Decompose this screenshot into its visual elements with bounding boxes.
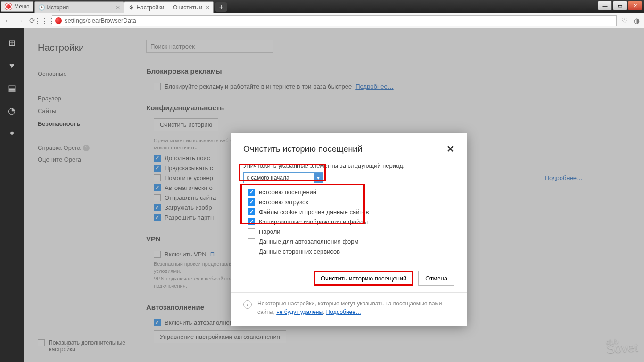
dialog-title: Очистить историю посещений — [243, 144, 446, 154]
minimize-button[interactable]: — — [598, 1, 612, 10]
back-icon[interactable]: ← — [3, 16, 12, 25]
info-icon: i — [243, 300, 252, 309]
opera-icon — [55, 17, 62, 24]
extensions-icon[interactable]: ✦ — [7, 128, 17, 139]
nav-bar: ← → ⟳ ⋮⋮⋮ settings/clearBrowserData ♡ ◑ — [0, 13, 644, 28]
heart-icon[interactable]: ♥ — [7, 60, 17, 71]
dialog-prompt: Уничтожить указанные элементы за следующ… — [243, 162, 454, 169]
news-icon[interactable]: ▤ — [7, 83, 17, 93]
tab-strip: Меню 🕑 История × ⚙ Настройки — Очистить … — [0, 0, 596, 13]
close-icon[interactable]: ✕ — [446, 143, 454, 155]
menu-label: Меню — [14, 3, 29, 10]
maximize-button[interactable]: ▭ — [613, 1, 627, 10]
heart-icon[interactable]: ♡ — [619, 16, 629, 25]
side-panel: ⊞ ♥ ▤ ◔ ✦ — [0, 28, 24, 362]
opera-icon — [5, 3, 12, 10]
tab-settings[interactable]: ⚙ Настройки — Очистить и × — [124, 1, 214, 13]
close-icon[interactable]: × — [206, 4, 209, 11]
forward-icon[interactable]: → — [15, 16, 25, 25]
cancel-button[interactable]: Отмена — [418, 271, 454, 286]
shield-icon[interactable]: ◑ — [632, 16, 641, 25]
opera-menu-button[interactable]: Меню — [1, 1, 33, 12]
clock-icon[interactable]: ◔ — [7, 106, 17, 116]
history-icon: 🕑 — [39, 5, 44, 10]
new-tab-button[interactable]: + — [215, 2, 227, 12]
clear-data-dialog: Очистить историю посещений ✕ Уничтожить … — [231, 133, 467, 326]
close-icon[interactable]: × — [116, 4, 120, 11]
window-controls: — ▭ ✕ — [598, 1, 642, 12]
gear-icon: ⚙ — [128, 5, 134, 10]
tab-history[interactable]: 🕑 История × — [34, 1, 124, 13]
close-window-button[interactable]: ✕ — [628, 1, 642, 10]
time-range-select[interactable]: с самого начала ▼ — [243, 172, 323, 183]
speed-dial-icon[interactable]: ⋮⋮⋮ — [40, 16, 49, 25]
chevron-down-icon: ▼ — [314, 173, 323, 183]
grid-icon[interactable]: ⊞ — [7, 38, 17, 48]
address-bar[interactable]: settings/clearBrowserData — [52, 15, 617, 26]
clear-button[interactable]: Очистить историю посещений — [314, 271, 413, 286]
title-bar: Меню 🕑 История × ⚙ Настройки — Очистить … — [0, 0, 644, 13]
